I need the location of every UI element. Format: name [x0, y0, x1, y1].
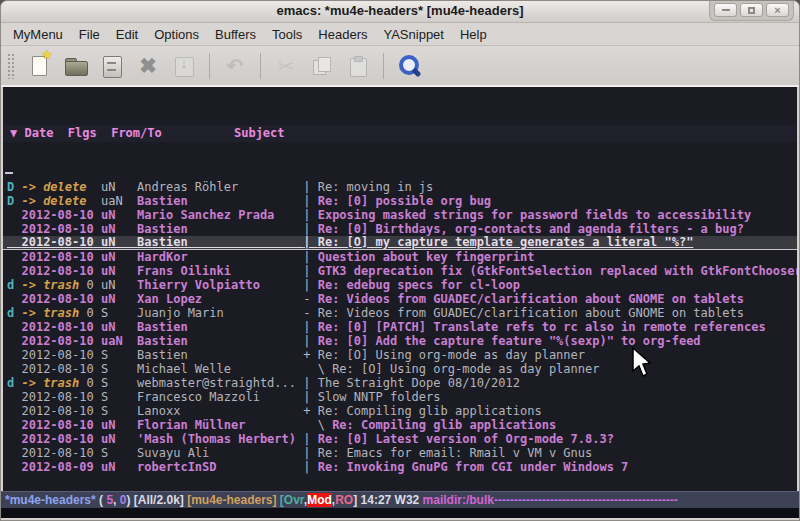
row-segment: Lanoxx [137, 404, 303, 418]
row-segment: S [101, 446, 137, 460]
message-row[interactable]: 2012-08-10 uaN Bastien | Re: [0] Add the… [3, 334, 797, 348]
maximize-icon [748, 7, 755, 14]
row-segment: d [7, 306, 21, 320]
row-segment [94, 362, 101, 376]
modeline-segment: ] [353, 493, 360, 507]
row-segment: Re: Videos from GUADEC/clarification abo… [318, 292, 744, 306]
new-file-icon[interactable] [27, 53, 53, 79]
toolbar-drag-handle[interactable] [7, 53, 14, 79]
row-segment: Bastien [137, 194, 303, 208]
row-segment: 0 [79, 376, 101, 390]
row-segment: - [303, 306, 317, 320]
message-row[interactable]: 2012-08-10 uN 'Mash (Thomas Herbert) | R… [3, 432, 797, 446]
column-headers[interactable]: ▼ Date Flgs From/To Subject [3, 125, 797, 142]
row-segment: Re: [O] Using org-mode as day planner [318, 348, 585, 362]
close-icon[interactable]: ✖ [135, 53, 161, 79]
message-row[interactable]: 2012-08-10 S Francesco Mazzoli | Slow NN… [3, 390, 797, 404]
message-row[interactable]: 2012-08-10 uN Bastien | Re: [0] [PATCH] … [3, 320, 797, 334]
modeline-segment: , [113, 493, 120, 507]
row-segment: Bastien [137, 222, 303, 236]
row-segment: Andreas Röhler [137, 180, 303, 194]
message-row[interactable]: 2012-08-10 uN HardKor | Question about k… [3, 250, 797, 264]
search-icon[interactable] [396, 53, 422, 79]
open-folder-icon[interactable] [63, 53, 89, 79]
modeline-segment: maildir:/bulk [423, 493, 494, 507]
menu-yasnippet[interactable]: YASnippet [375, 24, 451, 45]
row-segment: 2012-08-10 [21, 362, 93, 376]
message-row[interactable]: d -> trash 0 S Juanjo Marin - Re: Videos… [3, 306, 797, 320]
message-row[interactable]: D -> delete uN Andreas Röhler | Re: movi… [3, 180, 797, 194]
row-segment: \ [303, 418, 332, 432]
message-row[interactable]: d -> trash 0 uN Thierry Volpiatto | Re: … [3, 278, 797, 292]
row-segment: Thierry Volpiatto [137, 278, 303, 292]
message-row[interactable]: d -> trash 0 S webmaster@straightd... | … [3, 376, 797, 390]
menu-edit[interactable]: Edit [108, 24, 146, 45]
row-segment: 2012-08-10 [21, 446, 93, 460]
row-segment: Re: [0] Birthdays, org-contacts and agen… [318, 222, 744, 236]
row-segment [7, 320, 21, 334]
row-segment [7, 390, 21, 404]
message-row[interactable]: 2012-08-10 S Lanoxx + Re: Compiling glib… [3, 404, 797, 418]
row-segment [7, 418, 21, 432]
row-segment: Re: edebug specs for cl-loop [318, 278, 520, 292]
row-segment [86, 194, 100, 208]
row-segment: uaN [101, 334, 137, 348]
message-row[interactable]: 2012-08-09 uN robertcInSD | Re: Invoking… [3, 460, 797, 474]
row-segment [94, 320, 101, 334]
message-row[interactable]: 2012-08-10 uN Mario Sanchez Prada | Expo… [3, 208, 797, 222]
message-row[interactable]: 2012-08-10 uN Frans Oilinki | GTK3 depre… [3, 264, 797, 278]
row-segment: | [303, 376, 317, 390]
row-segment: uN [101, 278, 137, 292]
row-segment: | [303, 264, 317, 278]
row-segment: \ [303, 362, 332, 376]
menu-buffers[interactable]: Buffers [207, 24, 264, 45]
close-icon: × [774, 5, 780, 16]
menu-file[interactable]: File [71, 24, 108, 45]
window-controls: × [709, 1, 794, 21]
row-segment [94, 418, 101, 432]
menu-help[interactable]: Help [452, 24, 495, 45]
row-segment [94, 390, 101, 404]
row-segment: uN [101, 236, 137, 249]
row-segment: -> delete [21, 180, 86, 194]
row-segment [94, 432, 101, 446]
message-row[interactable]: 2012-08-10 S Michael Welle \ Re: [O] Usi… [3, 362, 797, 376]
row-segment: 2012-08-10 [21, 432, 93, 446]
toolbar-separator [209, 53, 210, 79]
message-row[interactable]: 2012-08-10 uN Bastien | Re: [0] Birthday… [3, 222, 797, 236]
menu-mymenu[interactable]: MyMenu [5, 24, 71, 45]
maximize-button[interactable] [740, 3, 763, 17]
message-row[interactable]: 2012-08-10 S Suvayu Ali | Re: Emacs for … [3, 446, 797, 460]
row-segment: | [303, 432, 317, 446]
close-button[interactable]: × [766, 3, 789, 17]
message-row[interactable]: 2012-08-10 uN Bastien | Re: [O] my captu… [3, 236, 797, 250]
row-segment: Florian Müllner [137, 418, 303, 432]
row-segment: Bastien [137, 334, 303, 348]
modeline-segment: 14:27 W32 [361, 493, 423, 507]
modeline[interactable]: *mu4e-headers* ( 5, 0) [All/2.0k] [mu4e-… [1, 491, 799, 508]
row-segment: - [303, 292, 317, 306]
row-segment: | [303, 250, 317, 264]
message-row[interactable]: 2012-08-10 S Bastien + Re: [O] Using org… [3, 348, 797, 362]
message-row[interactable]: D -> delete uaN Bastien | Re: [0] possib… [3, 194, 797, 208]
menu-headers[interactable]: Headers [310, 24, 375, 45]
row-segment: HardKor [137, 250, 303, 264]
message-row[interactable]: 2012-08-10 uN Xan Lopez - Re: Videos fro… [3, 292, 797, 306]
row-segment: uN [101, 320, 137, 334]
menu-options[interactable]: Options [146, 24, 207, 45]
titlebar[interactable]: emacs: *mu4e-headers* [mu4e-headers] × [1, 1, 799, 23]
row-segment [94, 292, 101, 306]
row-segment: | [303, 222, 317, 236]
message-row[interactable]: 2012-08-10 uN Florian Müllner \ Re: Comp… [3, 418, 797, 432]
row-segment [7, 208, 21, 222]
file-cabinet-icon[interactable] [99, 53, 125, 79]
row-segment: Question about key fingerprint [318, 250, 535, 264]
row-segment: S [101, 376, 137, 390]
minimize-button[interactable] [714, 3, 737, 17]
row-segment: 0 [79, 278, 101, 292]
menu-tools[interactable]: Tools [264, 24, 310, 45]
row-segment: Mario Sanchez Prada [137, 208, 303, 222]
row-segment: Bastien [137, 320, 303, 334]
row-segment: Re: Videos from GUADEC/clarification abo… [318, 306, 744, 320]
row-segment: | [303, 334, 317, 348]
